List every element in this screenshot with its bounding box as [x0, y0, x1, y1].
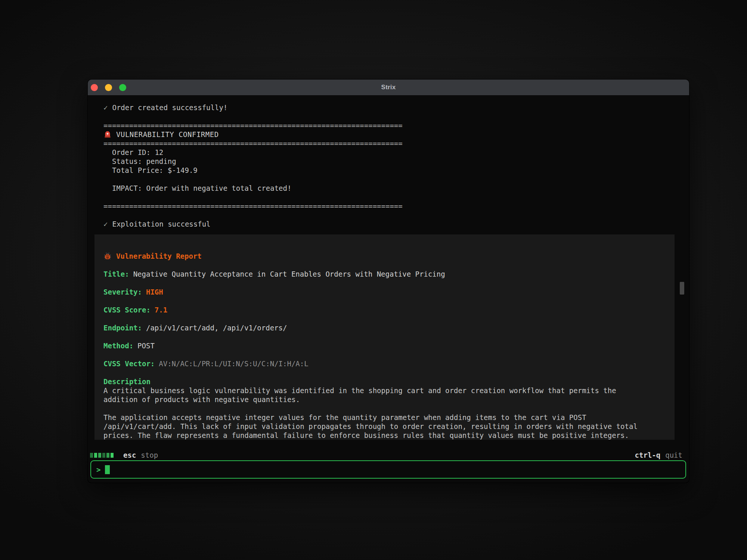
field-label: CVSS Score:: [103, 306, 151, 314]
traffic-lights: [91, 80, 126, 95]
siren-icon: [103, 130, 112, 139]
vulnerability-report-panel: Vulnerability Report Title:Negative Quan…: [94, 234, 675, 440]
description-line: The application accepts negative integer…: [103, 413, 666, 422]
impact-line: IMPACT: Order with negative total create…: [103, 184, 689, 193]
maximize-button[interactable]: [119, 84, 126, 91]
minimize-button[interactable]: [105, 84, 112, 91]
order-success-line: ✓Order created successfully!: [103, 103, 689, 112]
check-icon: ✓: [103, 103, 108, 112]
report-field-cvss-score: CVSS Score:7.1: [103, 305, 666, 314]
report-header-line: Vulnerability Report: [103, 252, 666, 261]
activity-spinner-icon: [90, 453, 114, 458]
field-value: Negative Quantity Acceptance in Cart Ena…: [133, 270, 445, 278]
field-value: /api/v1/cart/add, /api/v1/orders/: [146, 324, 287, 332]
separator-line: ========================================…: [103, 139, 689, 148]
field-value: POST: [137, 342, 155, 350]
report-field-severity: Severity:HIGH: [103, 287, 666, 296]
strix-window: Strix ✓Order created successfully! =====…: [88, 80, 689, 483]
field-value: 7.1: [155, 306, 167, 314]
titlebar: Strix: [88, 80, 689, 95]
field-value: HIGH: [146, 288, 163, 296]
report-field-method: Method:POST: [103, 341, 666, 350]
window-title: Strix: [381, 84, 396, 91]
separator-line: ========================================…: [103, 121, 689, 130]
vulnerability-confirmed-text: VULNERABILITY CONFIRMED: [116, 130, 219, 139]
order-id-line: Order ID: 12: [103, 148, 689, 157]
blank-line: [103, 296, 666, 305]
text-cursor: [105, 465, 110, 474]
blank-line: [103, 112, 689, 121]
blank-line: [103, 279, 666, 287]
close-button[interactable]: [91, 84, 98, 91]
blank-line: [103, 193, 689, 202]
description-heading: Description: [103, 377, 666, 386]
terminal-output: ✓Order created successfully! ===========…: [88, 95, 689, 448]
command-input[interactable]: >: [90, 460, 686, 479]
field-label: Severity:: [103, 288, 142, 296]
field-label: CVSS Vector:: [103, 360, 155, 368]
exploitation-text: Exploitation successful: [112, 220, 210, 228]
scrollbar-thumb[interactable]: [680, 282, 684, 295]
bug-icon: [103, 252, 112, 260]
separator-line: ========================================…: [103, 202, 689, 211]
quit-label: quit: [665, 451, 682, 459]
blank-line: [103, 332, 666, 341]
total-price-line: Total Price: $-149.9: [103, 166, 689, 175]
description-line: A critical business logic vulnerability …: [103, 386, 666, 395]
blank-line: [103, 175, 689, 184]
report-header-text: Vulnerability Report: [116, 252, 202, 261]
blank-line: [103, 314, 666, 323]
blank-line: [103, 368, 666, 377]
ctrl-q-key-hint: ctrl-q: [635, 451, 661, 459]
vulnerability-confirmed-line: VULNERABILITY CONFIRMED: [103, 130, 689, 139]
statusbar: esc stop ctrl-q quit: [90, 451, 682, 460]
check-icon: ✓: [103, 220, 108, 228]
prompt-symbol: >: [96, 466, 100, 474]
description-line: /api/v1/cart/add. This lack of input val…: [103, 422, 666, 431]
field-label: Method:: [103, 342, 133, 350]
description-line: addition of products with negative quant…: [103, 395, 666, 404]
order-success-text: Order created successfully!: [112, 103, 227, 112]
report-field-cvss-vector: CVSS Vector:AV:N/AC:L/PR:L/UI:N/S:U/C:N/…: [103, 359, 666, 368]
description-line: prices. The flaw represents a fundamenta…: [103, 431, 666, 440]
report-field-title: Title:Negative Quantity Acceptance in Ca…: [103, 270, 666, 279]
exploitation-line: ✓Exploitation successful: [103, 220, 689, 228]
field-value: AV:N/AC:L/PR:L/UI:N/S:U/C:N/I:H/A:L: [159, 360, 308, 368]
blank-line: [103, 211, 689, 220]
field-label: Title:: [103, 270, 129, 278]
report-field-endpoint: Endpoint:/api/v1/cart/add, /api/v1/order…: [103, 323, 666, 332]
status-line: Status: pending: [103, 157, 689, 166]
esc-key-hint: esc: [123, 451, 136, 459]
blank-line: [103, 404, 666, 413]
blank-line: [103, 350, 666, 359]
field-label: Endpoint:: [103, 324, 142, 332]
stop-label: stop: [141, 451, 158, 459]
blank-line: [103, 261, 666, 270]
